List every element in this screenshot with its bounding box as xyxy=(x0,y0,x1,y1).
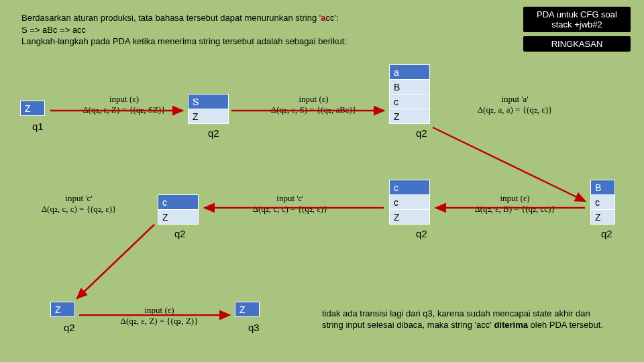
stack-cell: Z xyxy=(51,302,75,317)
stack-cell: c xyxy=(591,195,615,210)
state-q1: q1 xyxy=(32,121,44,132)
stack-q2b: aBcZ xyxy=(389,64,430,124)
stack-cell: a xyxy=(390,65,430,80)
state-q2b: q2 xyxy=(416,127,427,139)
formula-3: input 'a' Δ(q₂, a, a) = {(q₂, ε)} xyxy=(456,94,574,115)
stack-cell: Z xyxy=(158,210,199,225)
state-q2c: q2 xyxy=(601,228,612,239)
stack-cell: Z xyxy=(390,210,430,225)
stack-cell: Z xyxy=(189,109,229,124)
formula-6: input 'c' Δ(q₂, c, c) = {(q₂, ε)} xyxy=(20,193,138,215)
intro-text: Berdasarkan aturan produksi, tata bahasa… xyxy=(21,12,437,48)
intro-l1a: Berdasarkan aturan produksi, tata bahasa… xyxy=(21,13,321,23)
state-q2d: q2 xyxy=(416,228,427,239)
stack-cell: c xyxy=(390,95,430,109)
svg-line-2 xyxy=(433,127,585,201)
stack-q2f: Z xyxy=(50,302,75,317)
stack-cell: B xyxy=(591,180,615,195)
badge-title: PDA untuk CFG soal stack +jwb#2 xyxy=(523,7,631,32)
stack-q2c: BcZ xyxy=(590,180,615,225)
stack-cell: S xyxy=(189,95,229,109)
state-q2a: q2 xyxy=(208,127,219,139)
conclusion-text: tidak ada transisi lagi dari q3, karena … xyxy=(322,308,610,331)
stack-q1: Z xyxy=(20,101,45,116)
intro-l1c: cc': xyxy=(325,13,338,23)
formula-5: input 'c' Δ(q₂, c, c) = {(q₂, ε)} xyxy=(231,193,349,215)
formula-4: input (ε) Δ(q₂, ε, B) = {(q₂, cc)} xyxy=(456,193,574,215)
stack-cell: c xyxy=(390,195,430,210)
stack-cell: Z xyxy=(21,101,45,116)
stack-cell: c xyxy=(390,180,430,195)
stack-q3: Z xyxy=(235,302,260,317)
formula-7: input (ε) Δ(q₂, ε, Z) = {(q₃, Z)} xyxy=(101,305,218,326)
stack-cell: Z xyxy=(591,210,615,225)
intro-l2: S => aBc => acc xyxy=(21,25,86,35)
svg-line-5 xyxy=(77,225,154,298)
intro-l3: Langkah-langkah pada PDA ketika menerima… xyxy=(21,36,347,46)
formula-2: input (ε) Δ(q₂, ε, S) = {(q₂, aBc)} xyxy=(255,94,372,115)
concl-post: oleh PDA tersebut. xyxy=(528,320,603,330)
stack-q2d: ccZ xyxy=(389,180,430,225)
stack-q2e: cZ xyxy=(158,194,199,225)
stack-cell: Z xyxy=(235,302,260,317)
concl-bold: diterima xyxy=(494,320,528,330)
arrows-layer xyxy=(0,0,644,362)
state-q2f: q2 xyxy=(64,322,75,333)
stack-cell: Z xyxy=(390,109,430,124)
badge-subtitle: RINGKASAN xyxy=(523,36,631,52)
state-q2e: q2 xyxy=(174,228,186,239)
stack-cell: B xyxy=(390,80,430,95)
state-q3: q3 xyxy=(248,322,260,333)
stack-cell: c xyxy=(158,195,199,210)
stack-q2a: SZ xyxy=(188,94,229,124)
formula-1: input (ε) Δ(q₁, ε, Z) = {(q₂, SZ)} xyxy=(70,94,178,115)
